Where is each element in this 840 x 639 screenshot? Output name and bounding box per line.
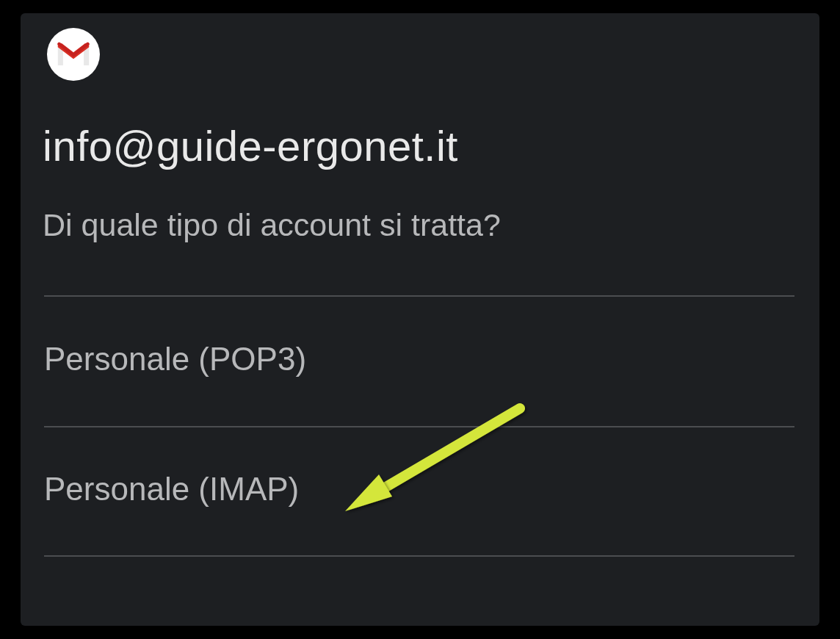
email-address-title: info@guide-ergonet.it bbox=[43, 121, 458, 170]
option-pop3[interactable]: Personale (POP3) bbox=[44, 295, 794, 426]
account-type-question: Di quale tipo di account si tratta? bbox=[43, 207, 501, 243]
option-imap[interactable]: Personale (IMAP) bbox=[44, 426, 794, 557]
option-pop3-label: Personale (POP3) bbox=[44, 341, 306, 378]
gmail-icon bbox=[47, 28, 100, 81]
option-imap-label: Personale (IMAP) bbox=[44, 471, 299, 508]
account-type-screen: info@guide-ergonet.it Di quale tipo di a… bbox=[21, 13, 819, 626]
